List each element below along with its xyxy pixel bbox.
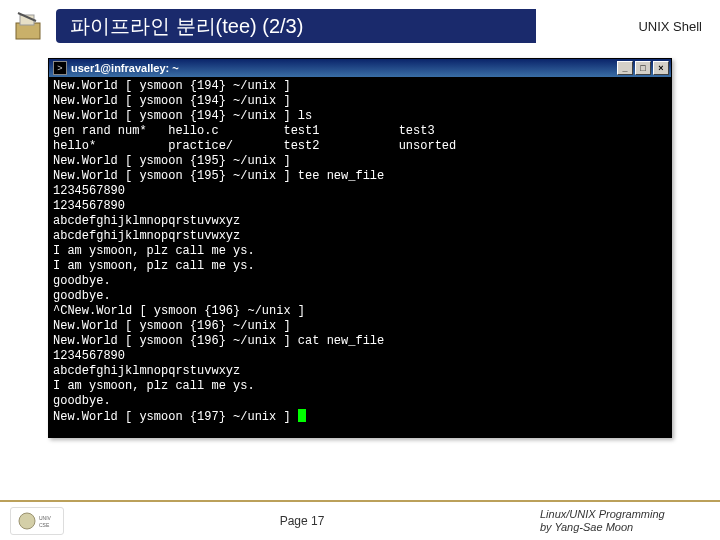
header-right-label: UNIX Shell (638, 19, 720, 34)
terminal-line: 1234567890 (53, 199, 667, 214)
terminal-line: New.World [ ysmoon {194} ~/unix ] (53, 79, 667, 94)
terminal-line: New.World [ ysmoon {194} ~/unix ] (53, 94, 667, 109)
slide-header: 파이프라인 분리(tee) (2/3) UNIX Shell (0, 4, 720, 48)
terminal-line: 1234567890 (53, 349, 667, 364)
terminal-line: goodbye. (53, 274, 667, 289)
credit-line-1: Linux/UNIX Programming (540, 508, 710, 521)
maximize-button[interactable]: □ (635, 61, 651, 75)
terminal-line: I am ysmoon, plz call me ys. (53, 259, 667, 274)
slide-title-text: 파이프라인 분리(tee) (2/3) (70, 13, 303, 40)
terminal-line: hello* practice/ test2 unsorted (53, 139, 667, 154)
credit-line-2: by Yang-Sae Moon (540, 521, 710, 534)
terminal-line: New.World [ ysmoon {195} ~/unix ] (53, 154, 667, 169)
terminal-window: > user1@infravalley: ~ _ □ × New.World [… (48, 58, 672, 438)
window-title: user1@infravalley: ~ (71, 62, 617, 74)
svg-point-3 (19, 513, 35, 529)
header-decor-icon (0, 6, 56, 46)
terminal-line: New.World [ ysmoon {195} ~/unix ] tee ne… (53, 169, 667, 184)
terminal-line: abcdefghijklmnopqrstuvwxyz (53, 364, 667, 379)
slide: 파이프라인 분리(tee) (2/3) UNIX Shell > user1@i… (0, 0, 720, 540)
terminal-line: 1234567890 (53, 184, 667, 199)
footer-credit: Linux/UNIX Programming by Yang-Sae Moon (540, 508, 710, 534)
svg-text:UNIV: UNIV (39, 515, 52, 521)
terminal-app-icon: > (53, 61, 67, 75)
terminal-line: goodbye. (53, 394, 667, 409)
terminal-line: I am ysmoon, plz call me ys. (53, 244, 667, 259)
terminal-line: abcdefghijklmnopqrstuvwxyz (53, 214, 667, 229)
terminal-line: I am ysmoon, plz call me ys. (53, 379, 667, 394)
minimize-button[interactable]: _ (617, 61, 633, 75)
terminal-line: New.World [ ysmoon {196} ~/unix ] (53, 319, 667, 334)
window-buttons: _ □ × (617, 61, 669, 75)
svg-text:CSE: CSE (39, 522, 50, 528)
footer-logo-icon: UNIV CSE (10, 507, 64, 535)
terminal-line: goodbye. (53, 289, 667, 304)
terminal-line: ^CNew.World [ ysmoon {196} ~/unix ] (53, 304, 667, 319)
terminal-line: abcdefghijklmnopqrstuvwxyz (53, 229, 667, 244)
terminal-body: New.World [ ysmoon {194} ~/unix ]New.Wor… (49, 77, 671, 437)
page-number: Page 17 (64, 514, 540, 528)
terminal-line: New.World [ ysmoon {196} ~/unix ] cat ne… (53, 334, 667, 349)
cursor-icon (298, 409, 306, 422)
terminal-line: gen rand num* hello.c test1 test3 (53, 124, 667, 139)
slide-footer: UNIV CSE Page 17 Linux/UNIX Programming … (0, 500, 720, 540)
close-button[interactable]: × (653, 61, 669, 75)
window-titlebar: > user1@infravalley: ~ _ □ × (49, 59, 671, 77)
terminal-line: New.World [ ysmoon {194} ~/unix ] ls (53, 109, 667, 124)
slide-title: 파이프라인 분리(tee) (2/3) (56, 9, 536, 43)
terminal-line: New.World [ ysmoon {197} ~/unix ] (53, 409, 667, 425)
